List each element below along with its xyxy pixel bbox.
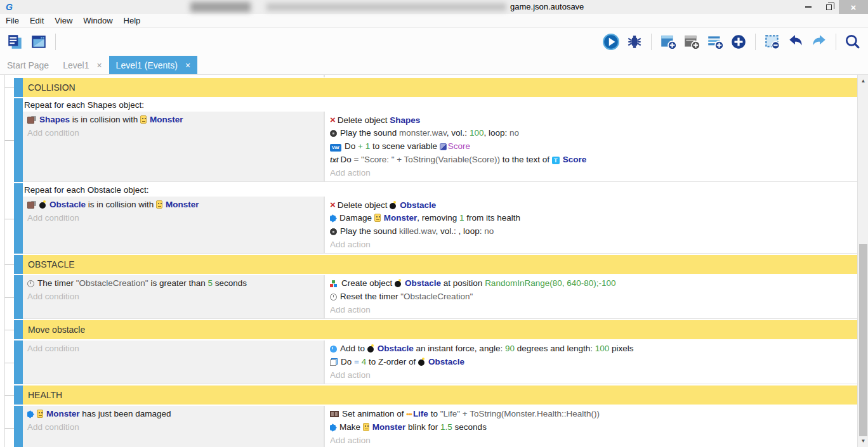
- menu-window[interactable]: Window: [83, 16, 112, 25]
- event-selection-bar[interactable]: [14, 78, 23, 97]
- condition-row[interactable]: Shapes is in collision with Monster: [27, 113, 324, 126]
- scroll-up-icon[interactable]: ▲: [858, 76, 868, 86]
- event-block: Add conditionAdd to Obstacle an instant …: [14, 340, 857, 384]
- add-subevent-button[interactable]: [683, 33, 700, 51]
- action-row[interactable]: Make Monster blink for 1.5 seconds: [330, 420, 857, 434]
- action-row[interactable]: Set animation of •••Life to "Life" + ToS…: [330, 407, 857, 420]
- condition-row[interactable]: Obstacle is in collision with Monster: [27, 198, 324, 211]
- scroll-down-icon[interactable]: ▼: [858, 436, 868, 446]
- redo-icon: [810, 33, 828, 51]
- text-segment: "Life" + ToString(Monster.Health::Health…: [440, 409, 600, 418]
- text-segment: seconds: [452, 422, 487, 432]
- scrollbar-thumb[interactable]: [859, 244, 867, 436]
- toolbar-separator: [651, 34, 652, 50]
- close-button[interactable]: ×: [839, 0, 868, 14]
- action-row[interactable]: Create object Obstacle at position Rando…: [330, 276, 857, 290]
- event-rail: [4, 75, 5, 447]
- collision-icon: [27, 201, 36, 209]
- add-action-button[interactable]: Add action: [330, 238, 857, 251]
- add-condition-button[interactable]: Add condition: [27, 126, 324, 139]
- text-segment: 5: [207, 278, 213, 288]
- event-selection-bar[interactable]: [14, 275, 23, 319]
- undo-button[interactable]: [787, 33, 805, 51]
- text-segment: Delete object: [338, 200, 390, 210]
- tab-level1[interactable]: Level1 ×: [56, 56, 109, 74]
- tab-close-icon[interactable]: ×: [96, 60, 102, 70]
- vertical-scrollbar[interactable]: ▲ ▼: [857, 75, 868, 447]
- action-row[interactable]: Reset the timer "ObstacleCreation": [330, 290, 857, 303]
- event-selection-bar[interactable]: [14, 183, 23, 254]
- condition-row[interactable]: The timer "ObstacleCreation" is greater …: [27, 276, 324, 290]
- add-subevent-icon: [683, 33, 700, 51]
- project-manager-button[interactable]: [6, 33, 24, 51]
- action-row[interactable]: Damage Monster, removing 1 from its heal…: [330, 211, 857, 224]
- add-action-button[interactable]: Add action: [330, 303, 857, 316]
- add-action-button[interactable]: Add action: [330, 434, 857, 447]
- event-group-header[interactable]: Move obstacle: [23, 320, 857, 339]
- add-action-button[interactable]: Add action: [330, 368, 857, 382]
- add-new-button[interactable]: [730, 33, 747, 51]
- menu-file[interactable]: File: [6, 16, 19, 25]
- minimize-button[interactable]: [798, 0, 819, 14]
- tab-close-icon[interactable]: ×: [185, 60, 190, 70]
- menu-edit[interactable]: Edit: [30, 16, 44, 25]
- add-event-button[interactable]: [659, 33, 677, 51]
- debug-button[interactable]: [626, 33, 643, 51]
- action-row[interactable]: ×Delete object Shapes: [330, 113, 857, 126]
- damage-icon: [330, 425, 336, 431]
- add-condition-button[interactable]: Add condition: [27, 420, 324, 434]
- add-comment-button[interactable]: [706, 33, 724, 51]
- window-controls: ×: [798, 0, 868, 14]
- menu-view[interactable]: View: [55, 16, 72, 25]
- event-selection-bar[interactable]: [14, 385, 23, 405]
- add-condition-button[interactable]: Add condition: [27, 342, 324, 355]
- add-condition-button[interactable]: Add condition: [27, 290, 324, 303]
- tab-label: Level1 (Events): [116, 60, 178, 70]
- text-segment: 100: [595, 344, 610, 353]
- restore-button[interactable]: [819, 0, 839, 14]
- action-row[interactable]: Play the sound killed.wav, vol.: , loop:…: [330, 224, 857, 238]
- bomb-object-icon: [39, 200, 46, 209]
- add-condition-button[interactable]: Add condition: [27, 211, 324, 224]
- action-row[interactable]: ×Delete object Obstacle: [330, 198, 857, 211]
- tab-start-page[interactable]: Start Page: [0, 56, 56, 74]
- partial-actions: [325, 75, 857, 77]
- text-segment: Obstacle: [428, 357, 464, 366]
- menu-help[interactable]: Help: [124, 16, 141, 25]
- event-selection-bar[interactable]: [14, 340, 23, 384]
- action-row[interactable]: Add to Obstacle an instant force, angle:…: [330, 342, 857, 355]
- deselect-button[interactable]: [763, 33, 781, 51]
- action-row[interactable]: txtDo = "Score: " + ToString(Variable(Sc…: [330, 153, 857, 166]
- condition-row[interactable]: Monster has just been damaged: [27, 407, 324, 420]
- event-selection-bar[interactable]: [14, 406, 23, 447]
- text-segment: Monster: [384, 213, 418, 223]
- event-selection-bar[interactable]: [14, 255, 23, 274]
- text-segment: Do: [345, 141, 358, 151]
- play-button[interactable]: [602, 33, 620, 51]
- action-row[interactable]: Do = 4 to Z-order of Obstacle: [330, 355, 857, 368]
- text-segment: Score: [448, 141, 470, 151]
- event-group-header[interactable]: HEALTH: [23, 385, 857, 405]
- actions-column: Create object Obstacle at position Rando…: [325, 275, 857, 318]
- action-row[interactable]: Play the sound monster.wav, vol.: 100, l…: [330, 126, 857, 139]
- tab-level1-events[interactable]: Level1 (Events) ×: [109, 56, 197, 74]
- event-group-header[interactable]: COLLISION: [23, 78, 857, 97]
- scene-editor-button[interactable]: [30, 33, 48, 51]
- text-segment: "ObstacleCreation": [76, 278, 148, 288]
- event-group-header[interactable]: OBSTACLE: [23, 255, 857, 274]
- event-group-block: Move obstacle: [14, 320, 857, 339]
- text-segment: =: [354, 357, 362, 366]
- event-selection-bar[interactable]: [14, 98, 23, 182]
- text-segment: monster.wav: [399, 128, 447, 138]
- actions-column: Set animation of •••Life to "Life" + ToS…: [325, 406, 857, 447]
- action-row[interactable]: VarDo + 1 to scene variable Score: [330, 139, 857, 153]
- text-segment: Set animation of: [342, 409, 406, 418]
- text-segment: blink for: [405, 422, 440, 432]
- add-action-button[interactable]: Add action: [330, 166, 857, 179]
- redo-button[interactable]: [810, 33, 828, 51]
- text-segment: + 1: [358, 141, 370, 151]
- search-button[interactable]: [844, 33, 862, 51]
- play-icon: [602, 33, 620, 51]
- event-selection-bar[interactable]: [14, 320, 23, 339]
- force-icon: [330, 346, 337, 353]
